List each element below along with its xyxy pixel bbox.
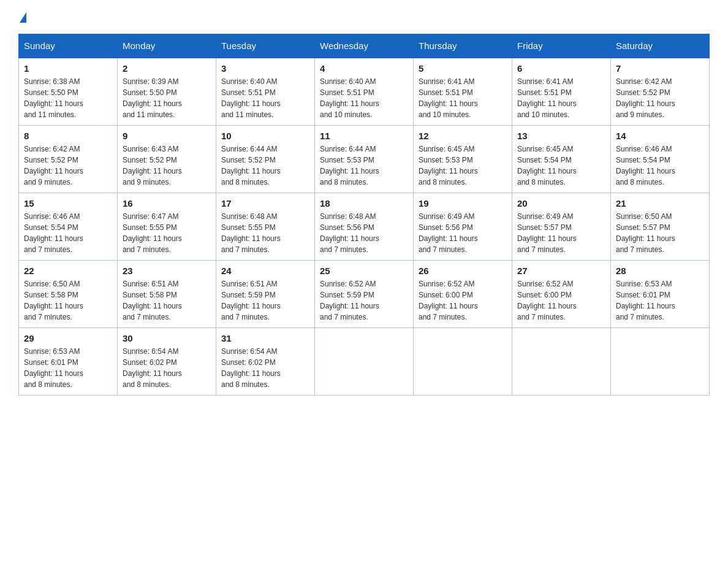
day-cell: 31 Sunrise: 6:54 AM Sunset: 6:02 PM Dayl… [216, 328, 315, 396]
day-number: 30 [123, 333, 211, 343]
day-cell: 8 Sunrise: 6:42 AM Sunset: 5:52 PM Dayli… [19, 126, 118, 193]
day-info: Sunrise: 6:44 AM Sunset: 5:52 PM Dayligh… [221, 144, 309, 188]
day-number: 19 [419, 198, 507, 209]
day-number: 7 [616, 63, 704, 74]
day-number: 21 [616, 198, 704, 209]
day-number: 31 [221, 333, 309, 343]
day-number: 25 [320, 266, 408, 276]
page-header [18, 12, 710, 21]
day-cell: 1 Sunrise: 6:38 AM Sunset: 5:50 PM Dayli… [19, 58, 118, 126]
day-cell [512, 328, 611, 396]
day-number: 16 [123, 198, 211, 209]
day-cell: 14 Sunrise: 6:46 AM Sunset: 5:54 PM Dayl… [611, 126, 710, 193]
day-number: 11 [320, 131, 408, 141]
week-row-3: 15 Sunrise: 6:46 AM Sunset: 5:54 PM Dayl… [19, 193, 710, 261]
day-info: Sunrise: 6:42 AM Sunset: 5:52 PM Dayligh… [24, 144, 112, 188]
day-number: 20 [517, 198, 605, 209]
day-info: Sunrise: 6:41 AM Sunset: 5:51 PM Dayligh… [419, 76, 507, 120]
day-info: Sunrise: 6:53 AM Sunset: 6:01 PM Dayligh… [616, 278, 704, 323]
day-info: Sunrise: 6:40 AM Sunset: 5:51 PM Dayligh… [221, 76, 309, 120]
day-info: Sunrise: 6:54 AM Sunset: 6:02 PM Dayligh… [221, 346, 309, 390]
day-number: 9 [123, 131, 211, 141]
day-info: Sunrise: 6:48 AM Sunset: 5:55 PM Dayligh… [221, 211, 309, 255]
day-info: Sunrise: 6:40 AM Sunset: 5:51 PM Dayligh… [320, 76, 408, 120]
day-cell: 24 Sunrise: 6:51 AM Sunset: 5:59 PM Dayl… [216, 261, 315, 328]
day-cell: 29 Sunrise: 6:53 AM Sunset: 6:01 PM Dayl… [19, 328, 118, 396]
day-number: 4 [320, 63, 408, 74]
day-cell: 23 Sunrise: 6:51 AM Sunset: 5:58 PM Dayl… [118, 261, 216, 328]
day-info: Sunrise: 6:45 AM Sunset: 5:53 PM Dayligh… [419, 144, 507, 188]
day-info: Sunrise: 6:43 AM Sunset: 5:52 PM Dayligh… [123, 144, 211, 188]
header-cell-friday: Friday [512, 34, 611, 58]
day-cell: 19 Sunrise: 6:49 AM Sunset: 5:56 PM Dayl… [414, 193, 512, 261]
day-info: Sunrise: 6:52 AM Sunset: 6:00 PM Dayligh… [517, 278, 605, 323]
day-number: 5 [419, 63, 507, 74]
day-number: 3 [221, 63, 309, 74]
logo [18, 12, 26, 21]
day-info: Sunrise: 6:39 AM Sunset: 5:50 PM Dayligh… [123, 76, 211, 120]
header-cell-saturday: Saturday [611, 34, 710, 58]
day-info: Sunrise: 6:44 AM Sunset: 5:53 PM Dayligh… [320, 144, 408, 188]
header-row: SundayMondayTuesdayWednesdayThursdayFrid… [19, 34, 710, 58]
day-info: Sunrise: 6:54 AM Sunset: 6:02 PM Dayligh… [123, 346, 211, 390]
day-cell: 21 Sunrise: 6:50 AM Sunset: 5:57 PM Dayl… [611, 193, 710, 261]
day-number: 24 [221, 266, 309, 276]
day-number: 27 [517, 266, 605, 276]
day-info: Sunrise: 6:50 AM Sunset: 5:58 PM Dayligh… [24, 278, 112, 323]
header-cell-sunday: Sunday [19, 34, 118, 58]
day-cell: 20 Sunrise: 6:49 AM Sunset: 5:57 PM Dayl… [512, 193, 611, 261]
day-cell [611, 328, 710, 396]
week-row-5: 29 Sunrise: 6:53 AM Sunset: 6:01 PM Dayl… [19, 328, 710, 396]
header-cell-tuesday: Tuesday [216, 34, 315, 58]
day-number: 1 [24, 63, 112, 74]
day-cell: 15 Sunrise: 6:46 AM Sunset: 5:54 PM Dayl… [19, 193, 118, 261]
day-info: Sunrise: 6:49 AM Sunset: 5:56 PM Dayligh… [419, 211, 507, 255]
day-number: 2 [123, 63, 211, 74]
day-cell: 30 Sunrise: 6:54 AM Sunset: 6:02 PM Dayl… [118, 328, 216, 396]
day-info: Sunrise: 6:49 AM Sunset: 5:57 PM Dayligh… [517, 211, 605, 255]
day-cell: 10 Sunrise: 6:44 AM Sunset: 5:52 PM Dayl… [216, 126, 315, 193]
day-cell: 7 Sunrise: 6:42 AM Sunset: 5:52 PM Dayli… [611, 58, 710, 126]
day-info: Sunrise: 6:42 AM Sunset: 5:52 PM Dayligh… [616, 76, 704, 120]
day-cell: 3 Sunrise: 6:40 AM Sunset: 5:51 PM Dayli… [216, 58, 315, 126]
day-cell [414, 328, 512, 396]
day-info: Sunrise: 6:41 AM Sunset: 5:51 PM Dayligh… [517, 76, 605, 120]
day-number: 6 [517, 63, 605, 74]
day-cell: 25 Sunrise: 6:52 AM Sunset: 5:59 PM Dayl… [315, 261, 414, 328]
day-info: Sunrise: 6:46 AM Sunset: 5:54 PM Dayligh… [616, 144, 704, 188]
day-info: Sunrise: 6:51 AM Sunset: 5:59 PM Dayligh… [221, 278, 309, 323]
day-cell: 13 Sunrise: 6:45 AM Sunset: 5:54 PM Dayl… [512, 126, 611, 193]
day-cell: 22 Sunrise: 6:50 AM Sunset: 5:58 PM Dayl… [19, 261, 118, 328]
week-row-2: 8 Sunrise: 6:42 AM Sunset: 5:52 PM Dayli… [19, 126, 710, 193]
day-cell: 12 Sunrise: 6:45 AM Sunset: 5:53 PM Dayl… [414, 126, 512, 193]
day-info: Sunrise: 6:38 AM Sunset: 5:50 PM Dayligh… [24, 76, 112, 120]
day-number: 13 [517, 131, 605, 141]
day-number: 10 [221, 131, 309, 141]
header-cell-monday: Monday [118, 34, 216, 58]
day-info: Sunrise: 6:47 AM Sunset: 5:55 PM Dayligh… [123, 211, 211, 255]
day-cell: 18 Sunrise: 6:48 AM Sunset: 5:56 PM Dayl… [315, 193, 414, 261]
day-cell: 27 Sunrise: 6:52 AM Sunset: 6:00 PM Dayl… [512, 261, 611, 328]
day-number: 29 [24, 333, 112, 343]
logo-triangle-icon [20, 12, 26, 23]
calendar-table: SundayMondayTuesdayWednesdayThursdayFrid… [18, 34, 710, 396]
day-cell: 17 Sunrise: 6:48 AM Sunset: 5:55 PM Dayl… [216, 193, 315, 261]
day-info: Sunrise: 6:45 AM Sunset: 5:54 PM Dayligh… [517, 144, 605, 188]
day-number: 17 [221, 198, 309, 209]
day-cell: 6 Sunrise: 6:41 AM Sunset: 5:51 PM Dayli… [512, 58, 611, 126]
day-info: Sunrise: 6:52 AM Sunset: 6:00 PM Dayligh… [419, 278, 507, 323]
day-info: Sunrise: 6:53 AM Sunset: 6:01 PM Dayligh… [24, 346, 112, 390]
day-cell: 9 Sunrise: 6:43 AM Sunset: 5:52 PM Dayli… [118, 126, 216, 193]
header-cell-wednesday: Wednesday [315, 34, 414, 58]
header-cell-thursday: Thursday [414, 34, 512, 58]
day-number: 15 [24, 198, 112, 209]
day-cell: 11 Sunrise: 6:44 AM Sunset: 5:53 PM Dayl… [315, 126, 414, 193]
day-number: 26 [419, 266, 507, 276]
day-cell: 16 Sunrise: 6:47 AM Sunset: 5:55 PM Dayl… [118, 193, 216, 261]
day-cell [315, 328, 414, 396]
day-cell: 5 Sunrise: 6:41 AM Sunset: 5:51 PM Dayli… [414, 58, 512, 126]
week-row-4: 22 Sunrise: 6:50 AM Sunset: 5:58 PM Dayl… [19, 261, 710, 328]
day-cell: 28 Sunrise: 6:53 AM Sunset: 6:01 PM Dayl… [611, 261, 710, 328]
day-info: Sunrise: 6:51 AM Sunset: 5:58 PM Dayligh… [123, 278, 211, 323]
day-info: Sunrise: 6:50 AM Sunset: 5:57 PM Dayligh… [616, 211, 704, 255]
